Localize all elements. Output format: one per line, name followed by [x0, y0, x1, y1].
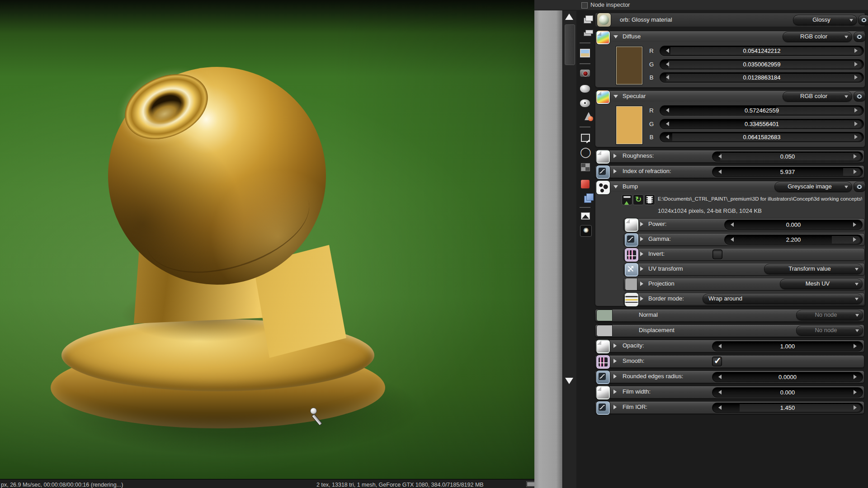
- material-preview-icon[interactable]: [580, 98, 591, 108]
- float-texture-icon[interactable]: [625, 218, 638, 232]
- expand-arrow-icon[interactable]: [640, 222, 646, 226]
- render-viewport[interactable]: [0, 0, 534, 479]
- layers-icon[interactable]: [580, 193, 591, 204]
- reload-image-button[interactable]: ↻: [633, 194, 644, 205]
- grayscale-image-icon[interactable]: [580, 211, 591, 221]
- specular-color-swatch[interactable]: [616, 106, 642, 144]
- transform-value-icon[interactable]: [625, 263, 638, 277]
- greyscale-image-icon[interactable]: [596, 181, 610, 194]
- uv-transform-dropdown[interactable]: Transform value: [764, 264, 863, 274]
- increment-arrow-icon[interactable]: [854, 154, 859, 159]
- smooth-checkbox[interactable]: [712, 357, 722, 366]
- specular-b-slider[interactable]: 0.0641582683: [660, 132, 864, 142]
- collapse-arrow-icon[interactable]: [613, 185, 618, 191]
- material-preview-eye-button[interactable]: [858, 15, 868, 25]
- float-texture-icon[interactable]: [596, 386, 610, 399]
- opacity-slider[interactable]: 1.000: [712, 341, 863, 352]
- expand-arrow-icon[interactable]: [613, 343, 619, 348]
- increment-arrow-icon[interactable]: [854, 375, 859, 379]
- increment-arrow-icon[interactable]: [854, 390, 859, 394]
- scroll-up-arrow-icon[interactable]: [565, 14, 573, 20]
- ior-slider[interactable]: 5.937: [712, 167, 863, 177]
- displacement-node-dropdown[interactable]: No node: [796, 325, 863, 336]
- increment-arrow-icon[interactable]: [854, 75, 860, 80]
- expand-arrow-icon[interactable]: [613, 169, 619, 174]
- float-texture-icon[interactable]: [596, 340, 610, 353]
- expand-arrow-icon[interactable]: [640, 296, 646, 301]
- splitter-strip[interactable]: [534, 10, 562, 488]
- increment-arrow-icon[interactable]: [854, 135, 860, 139]
- expand-arrow-icon[interactable]: [640, 252, 646, 256]
- diffuse-type-dropdown[interactable]: RGB color: [783, 32, 852, 42]
- expand-arrow-icon[interactable]: [640, 237, 646, 241]
- load-image-button[interactable]: [622, 194, 632, 205]
- emitter-star-icon[interactable]: ✺: [580, 225, 592, 237]
- specular-preview-eye-button[interactable]: [854, 91, 866, 102]
- specular-type-dropdown[interactable]: RGB color: [783, 91, 852, 102]
- bool-value-icon[interactable]: [625, 248, 638, 262]
- rgb-texture-icon[interactable]: [596, 90, 610, 104]
- copy-node-icon[interactable]: [580, 15, 591, 26]
- power-slider[interactable]: 0.000: [724, 220, 863, 230]
- invert-checkbox[interactable]: [712, 249, 722, 259]
- camera-icon[interactable]: [580, 68, 591, 79]
- expand-arrow-icon[interactable]: [613, 405, 619, 409]
- diffuse-preview-eye-button[interactable]: [854, 32, 866, 42]
- curve-value-icon[interactable]: [596, 401, 610, 415]
- float-texture-icon[interactable]: [596, 150, 610, 164]
- diffuse-r-slider[interactable]: 0.0541242212: [660, 46, 864, 56]
- film-width-slider[interactable]: 0.000: [712, 387, 863, 398]
- increment-arrow-icon[interactable]: [854, 62, 860, 66]
- expand-arrow-icon[interactable]: [613, 389, 619, 394]
- geometry-icon[interactable]: [580, 112, 591, 123]
- bump-type-dropdown[interactable]: Greyscale image: [774, 182, 852, 192]
- normal-node-dropdown[interactable]: No node: [796, 310, 863, 320]
- image-sequence-button[interactable]: [644, 194, 655, 205]
- scrollbar-track[interactable]: [562, 10, 577, 488]
- diffuse-b-slider[interactable]: 0.0128863184: [660, 72, 864, 83]
- render-region-icon[interactable]: [580, 132, 591, 143]
- projection-node-icon[interactable]: [625, 278, 637, 291]
- scrollbar-thumb[interactable]: [565, 24, 575, 65]
- film-ior-slider[interactable]: 1.450: [712, 403, 863, 413]
- increment-arrow-icon[interactable]: [854, 108, 860, 113]
- specular-r-slider[interactable]: 0.572462559: [660, 105, 864, 116]
- material-icon[interactable]: [580, 83, 591, 94]
- increment-arrow-icon[interactable]: [854, 169, 859, 174]
- increment-arrow-icon[interactable]: [854, 48, 860, 53]
- border-mode-dropdown[interactable]: Wrap around: [703, 294, 863, 304]
- scroll-down-arrow-icon[interactable]: [565, 378, 573, 384]
- roughness-slider[interactable]: 0.050: [712, 151, 863, 162]
- expand-arrow-icon[interactable]: [613, 374, 619, 379]
- specular-g-slider[interactable]: 0.334556401: [660, 119, 864, 129]
- curve-value-icon[interactable]: [596, 371, 610, 384]
- rgb-texture-icon[interactable]: [596, 31, 610, 44]
- diffuse-g-slider[interactable]: 0.0350062959: [660, 59, 864, 70]
- border-mode-icon[interactable]: [625, 293, 638, 306]
- collapse-arrow-icon[interactable]: [613, 35, 618, 41]
- increment-arrow-icon[interactable]: [854, 344, 859, 348]
- increment-arrow-icon[interactable]: [854, 405, 859, 410]
- object-cube-icon[interactable]: [580, 179, 591, 190]
- expand-arrow-icon[interactable]: [640, 267, 646, 271]
- increment-arrow-icon[interactable]: [853, 222, 859, 227]
- projection-dropdown[interactable]: Mesh UV: [780, 279, 863, 289]
- panel-dock-icon[interactable]: [581, 2, 588, 9]
- increment-arrow-icon[interactable]: [854, 122, 860, 126]
- kernel-tools-icon[interactable]: [580, 162, 591, 173]
- diffuse-color-swatch[interactable]: [616, 47, 642, 84]
- image-texture-icon[interactable]: [580, 49, 591, 60]
- expand-arrow-icon[interactable]: [613, 154, 619, 158]
- gamma-slider[interactable]: 2.200: [724, 235, 863, 245]
- expand-arrow-icon[interactable]: [640, 282, 646, 286]
- normal-node-icon[interactable]: [596, 310, 613, 321]
- displacement-node-icon[interactable]: [596, 325, 613, 337]
- bool-value-icon[interactable]: [596, 355, 610, 369]
- curve-value-icon[interactable]: [625, 233, 638, 247]
- increment-arrow-icon[interactable]: [853, 237, 859, 242]
- curve-value-icon[interactable]: [596, 165, 610, 179]
- material-type-dropdown[interactable]: Glossy: [793, 15, 857, 25]
- rounded-edges-slider[interactable]: 0.0000: [712, 372, 863, 382]
- expand-arrow-icon[interactable]: [613, 359, 619, 363]
- bump-preview-eye-button[interactable]: [854, 182, 866, 192]
